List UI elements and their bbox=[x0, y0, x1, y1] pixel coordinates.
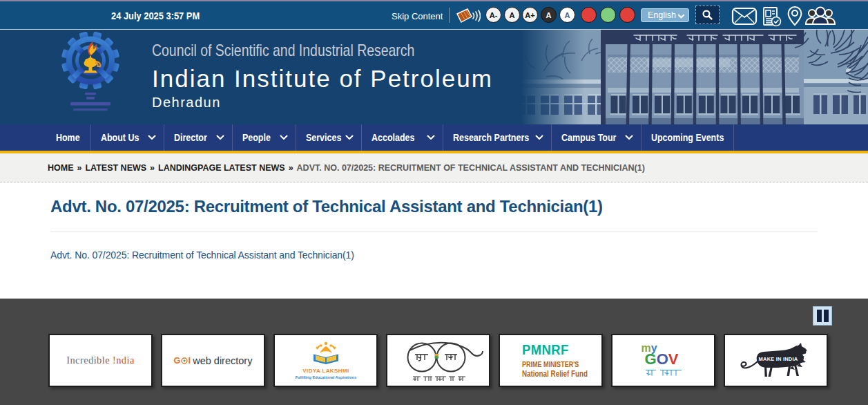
svg-text:MAKE IN INDIA: MAKE IN INDIA bbox=[758, 356, 798, 362]
svg-text:VIDYA LAKSHMI: VIDYA LAKSHMI bbox=[302, 367, 349, 373]
svg-text:Fulfilling Educational Aspirat: Fulfilling Educational Aspirations bbox=[295, 375, 356, 379]
